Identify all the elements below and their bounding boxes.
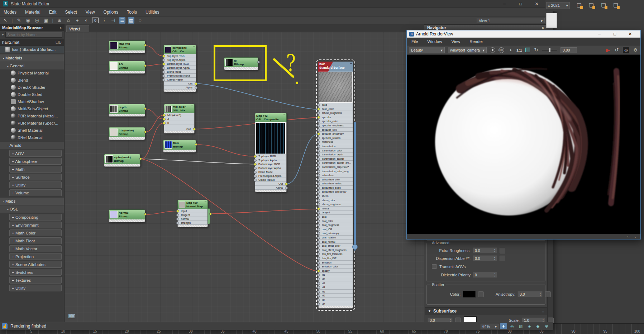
library-material-hair[interactable]: hair ( Standard Surfac... bbox=[0, 46, 64, 53]
library-row[interactable]: hair2.mat LIB bbox=[0, 39, 64, 46]
exposure-slider[interactable] bbox=[542, 50, 557, 50]
layout-vertical-icon[interactable]: ⋮ bbox=[101, 17, 108, 24]
node-input-socket[interactable]: specular_roughness bbox=[319, 124, 353, 128]
collapse-node-button[interactable]: – bbox=[191, 104, 193, 107]
node-input-socket[interactable]: transmission_extra_roug... bbox=[319, 169, 353, 174]
settings-gear-icon[interactable]: ⚙ bbox=[633, 47, 638, 53]
slate-titlebar[interactable]: 3 Slate Material Editor – □ ✕ bbox=[0, 0, 553, 8]
node-preview-icon[interactable]: ▦ bbox=[128, 17, 134, 24]
view-lock-icon[interactable]: ▣▣ bbox=[68, 313, 73, 319]
node-input-socket[interactable]: sheen bbox=[319, 194, 353, 198]
menu-item[interactable]: View bbox=[451, 39, 460, 44]
browser-item[interactable]: - Maps bbox=[0, 198, 64, 205]
node-input-socket[interactable]: input bbox=[178, 209, 207, 213]
node-input-socket[interactable]: strength bbox=[178, 221, 207, 225]
node-input-socket[interactable]: id5 bbox=[319, 290, 353, 294]
browser-item[interactable]: + Surface bbox=[9, 174, 62, 180]
node-map48-bitmap[interactable]: Map #48Bitmap bbox=[109, 40, 145, 53]
browser-item[interactable]: + Atmosphere bbox=[9, 158, 62, 165]
expand-panel-icon[interactable]: ⌄ bbox=[634, 234, 637, 238]
node-input-socket[interactable]: Clamp Result bbox=[255, 178, 286, 182]
node-input-socket[interactable]: opacity bbox=[319, 269, 353, 273]
material-list-view-icon[interactable]: ☰ bbox=[119, 17, 125, 24]
node-input-socket[interactable]: id3 bbox=[319, 281, 353, 286]
node-flow-bitmap[interactable]: flowBitmap bbox=[163, 140, 196, 153]
browser-item[interactable]: + Switchers bbox=[9, 269, 62, 276]
node-input-socket[interactable]: transmission_scatter bbox=[319, 157, 353, 161]
browser-item[interactable]: Physical Material bbox=[0, 69, 64, 77]
node-output-socket[interactable]: Out bbox=[164, 82, 196, 86]
node-map20-normal-map[interactable]: Map #20Normal Map – inputtangentnormalst… bbox=[177, 200, 208, 227]
node-input-socket[interactable]: normal bbox=[178, 217, 207, 221]
search-input[interactable] bbox=[5, 32, 62, 38]
show-shaded-icon[interactable]: ● bbox=[74, 17, 81, 24]
node-input-socket[interactable]: subsurface_color bbox=[319, 178, 353, 182]
node-input-socket[interactable]: coat_affect_color bbox=[319, 244, 353, 248]
node-input-socket[interactable]: normal bbox=[319, 207, 353, 211]
layout-children-icon[interactable]: ⊣ bbox=[110, 17, 116, 24]
pick-material-icon[interactable]: ◉ bbox=[25, 17, 31, 24]
browser-item[interactable]: Matte/Shadow bbox=[0, 98, 64, 105]
scene-script-open-icon[interactable]: ❏ bbox=[587, 1, 596, 9]
browser-item[interactable]: - Materials bbox=[0, 54, 64, 62]
node-input-socket[interactable]: id4 bbox=[319, 285, 353, 290]
scene-script-edit-icon[interactable]: ❏ bbox=[611, 1, 620, 9]
browser-item[interactable]: + Math Vector bbox=[9, 245, 62, 252]
browser-item[interactable]: + Utility bbox=[9, 285, 62, 291]
browser-item[interactable]: + Textures bbox=[9, 277, 62, 284]
move-children-icon[interactable]: ⊞ bbox=[56, 17, 63, 24]
scene-script-run-icon[interactable]: ❏ bbox=[599, 1, 608, 9]
node-input-socket[interactable]: sheen_color bbox=[319, 198, 353, 203]
output-socket[interactable] bbox=[144, 107, 147, 110]
minimize-button[interactable]: – bbox=[496, 1, 512, 6]
node-input-socket[interactable]: specular_rotation bbox=[319, 136, 353, 140]
node-input-socket[interactable]: Top layer Alpha bbox=[164, 58, 196, 62]
node-input-socket[interactable]: B bbox=[164, 121, 194, 125]
zoom-level-dropdown[interactable]: 64%▾ bbox=[481, 324, 498, 329]
eyedropper-icon[interactable]: ✎ bbox=[16, 17, 22, 24]
node-input-socket[interactable]: metalness bbox=[319, 140, 353, 144]
zoom-region-icon[interactable]: ▧ bbox=[517, 323, 524, 329]
zoom-icon[interactable]: ◎ bbox=[509, 323, 516, 329]
close-button[interactable]: ✕ bbox=[622, 32, 638, 37]
aov-dropdown[interactable]: Beauty▾ bbox=[409, 47, 445, 53]
output-socket[interactable] bbox=[144, 44, 147, 47]
arnold-titlebar[interactable]: 3 Arnold RenderView – □ ✕ bbox=[407, 30, 640, 38]
browser-item[interactable]: DirectX Shader bbox=[0, 84, 64, 91]
node-input-socket[interactable]: coat_anisotropy bbox=[319, 231, 353, 236]
node-input-socket[interactable]: specular bbox=[319, 115, 353, 120]
node-depth-bitmap[interactable]: depthBitmap bbox=[109, 104, 145, 117]
collapse-node-button[interactable]: – bbox=[283, 113, 285, 116]
output-socket[interactable] bbox=[209, 213, 212, 215]
node-input-socket[interactable]: base_color bbox=[319, 107, 353, 111]
browser-item[interactable]: + Math bbox=[9, 166, 62, 173]
node-output-socket[interactable]: Alpha bbox=[255, 186, 286, 190]
scatter-anisotropy-spinner[interactable]: 0.0 bbox=[517, 291, 543, 297]
node-input-socket[interactable]: Premultiplied Alpha bbox=[164, 74, 196, 78]
node-input-socket[interactable]: Mix (A to B) bbox=[164, 113, 194, 117]
node-input-socket[interactable]: subsurface_scale bbox=[319, 186, 353, 190]
zoom-extents-icon[interactable]: ◈ bbox=[526, 323, 533, 329]
node-input-socket[interactable]: id1 bbox=[319, 273, 353, 277]
node-input-socket[interactable]: specular_IOR bbox=[319, 128, 353, 132]
node-input-socket[interactable]: Bottom layer Alpha bbox=[164, 66, 196, 70]
browser-item[interactable]: + AOV bbox=[9, 150, 62, 157]
browser-item[interactable]: PBR Material (Metal... bbox=[0, 112, 64, 120]
maximize-button[interactable]: □ bbox=[607, 32, 622, 37]
node-input-socket[interactable]: emission bbox=[319, 261, 353, 265]
loop-render-button[interactable]: ↺ bbox=[614, 47, 620, 53]
node-input-socket[interactable]: Top layer RGB bbox=[255, 154, 286, 158]
node-output-socket[interactable]: Out bbox=[255, 182, 286, 186]
output-socket[interactable] bbox=[144, 64, 147, 67]
node-map42-osl-composite[interactable]: Map #42OSL: Composite – Top layer RGBTop… bbox=[255, 113, 287, 192]
separator[interactable]: | bbox=[11, 17, 13, 24]
menu-item[interactable]: Render bbox=[469, 39, 483, 44]
camera-dropdown[interactable]: /viewport_camera▾ bbox=[448, 47, 487, 53]
node-input-socket[interactable]: Blend Mode bbox=[255, 170, 286, 174]
node-ao-bitmap[interactable]: AOBitmap bbox=[109, 61, 145, 74]
zoom-ratio-label[interactable]: 1:1 bbox=[516, 48, 522, 52]
node-input-socket[interactable]: coat_roughness bbox=[319, 223, 353, 227]
workspace-dropdown[interactable]: x 2021▾ bbox=[546, 2, 570, 9]
node-input-socket[interactable]: subsurface bbox=[319, 173, 353, 178]
snapshot-icon[interactable] bbox=[490, 47, 495, 53]
